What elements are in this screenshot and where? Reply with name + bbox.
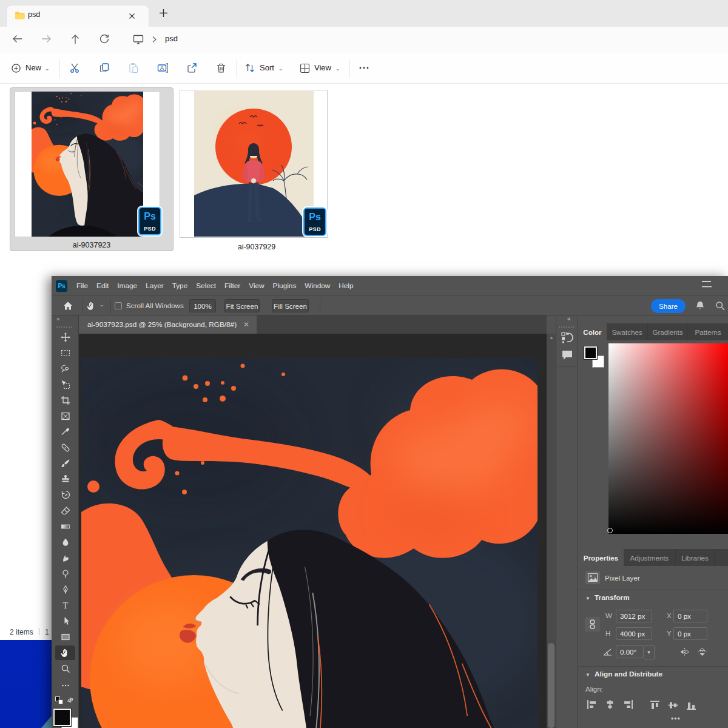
tool-move[interactable]: [55, 330, 75, 345]
refresh-icon[interactable]: [99, 33, 110, 44]
tool-clone-stamp[interactable]: [55, 472, 75, 487]
menu-file[interactable]: File: [72, 276, 92, 295]
tool-marquee[interactable]: [55, 346, 75, 360]
x-field[interactable]: 0 px: [673, 610, 707, 622]
align-header[interactable]: Align and Distribute: [595, 670, 662, 678]
toolbar-drag-handle[interactable]: [56, 326, 73, 328]
menu-type[interactable]: Type: [168, 276, 192, 295]
tool-history-brush[interactable]: [55, 488, 75, 502]
fit-screen-button[interactable]: Fit Screen: [224, 299, 260, 312]
tool-hand[interactable]: [55, 645, 75, 660]
fill-screen-button[interactable]: Fill Screen: [272, 299, 309, 312]
align-center-h-icon[interactable]: [605, 700, 615, 709]
more-options-button[interactable]: [352, 56, 376, 80]
panel-collapse-icon[interactable]: «: [567, 315, 571, 322]
align-right-icon[interactable]: [623, 700, 633, 709]
breadcrumb-path[interactable]: psd: [165, 34, 178, 43]
tool-pen[interactable]: [55, 582, 75, 597]
menu-help[interactable]: Help: [334, 276, 357, 295]
view-button[interactable]: View ⌄: [296, 56, 343, 80]
align-bottom-icon[interactable]: [687, 700, 696, 710]
file-item-selected[interactable]: Ps PSD ai-9037923: [10, 87, 174, 251]
tool-dodge[interactable]: [55, 567, 75, 581]
align-collapse-icon[interactable]: ▼: [585, 672, 590, 678]
angle-field[interactable]: 0.00°: [616, 645, 644, 658]
menu-layer[interactable]: Layer: [141, 276, 168, 295]
menu-view[interactable]: View: [244, 276, 268, 295]
tool-shape[interactable]: [55, 630, 75, 644]
align-left-icon[interactable]: [587, 700, 597, 709]
color-picker-gradient[interactable]: [608, 343, 728, 534]
tab-patterns[interactable]: Patterns: [688, 323, 728, 340]
tool-lasso[interactable]: [55, 362, 75, 376]
tool-gradient[interactable]: [55, 519, 75, 534]
tool-eyedropper[interactable]: [55, 425, 75, 439]
explorer-tab[interactable]: psd: [6, 5, 149, 27]
new-tab-icon[interactable]: [159, 8, 168, 18]
tool-eraser[interactable]: [55, 504, 75, 518]
canvas-vertical-scrollbar[interactable]: ▲: [547, 334, 556, 728]
flip-vertical-icon[interactable]: [697, 647, 707, 656]
notifications-bell-icon[interactable]: [695, 300, 705, 311]
tab-adjustments[interactable]: Adjustments: [624, 549, 676, 566]
canvas-area[interactable]: [79, 334, 547, 728]
hand-tool-chevron-icon[interactable]: ⌄: [99, 302, 104, 308]
copy-button[interactable]: [92, 56, 116, 80]
scrollbar-thumb[interactable]: [548, 643, 554, 728]
tool-spot-healing[interactable]: [55, 440, 75, 455]
tool-zoom[interactable]: [55, 661, 75, 676]
paste-button[interactable]: [121, 56, 146, 80]
align-middle-v-icon[interactable]: [669, 700, 678, 710]
tab-close-icon[interactable]: [128, 12, 136, 20]
width-field[interactable]: 3012 px: [616, 610, 652, 622]
share-button[interactable]: [180, 56, 204, 80]
tool-object-selection[interactable]: [55, 377, 75, 392]
link-dimensions-button[interactable]: [585, 617, 600, 632]
tool-type[interactable]: T: [55, 598, 75, 613]
tool-blur[interactable]: [55, 535, 75, 550]
y-field[interactable]: 0 px: [673, 627, 707, 640]
document-tab-close-icon[interactable]: ✕: [243, 320, 249, 329]
forward-icon[interactable]: [41, 34, 52, 44]
tab-color[interactable]: Color: [578, 323, 607, 340]
menu-edit[interactable]: Edit: [92, 276, 113, 295]
toolbar-expand-icon[interactable]: »: [56, 316, 60, 322]
delete-button[interactable]: [209, 56, 233, 80]
tool-path-selection[interactable]: [55, 614, 75, 629]
tool-brush[interactable]: [55, 456, 75, 471]
align-top-icon[interactable]: [650, 700, 659, 710]
home-icon[interactable]: [63, 301, 73, 311]
properties-more-icon[interactable]: •••: [671, 715, 681, 723]
sort-button[interactable]: Sort ⌄: [241, 56, 286, 80]
rename-button[interactable]: A: [150, 56, 175, 80]
share-ps-button[interactable]: Share: [651, 299, 686, 313]
color-picker-marker[interactable]: [607, 528, 613, 533]
toolbar-more-icon[interactable]: [55, 678, 75, 693]
menu-window[interactable]: Window: [300, 276, 334, 295]
transform-collapse-icon[interactable]: ▼: [585, 596, 590, 601]
tab-gradients[interactable]: Gradients: [648, 323, 688, 340]
transform-header[interactable]: Transform: [595, 593, 630, 602]
height-field[interactable]: 4000 px: [616, 627, 652, 640]
fg-color-swatch-panel[interactable]: [584, 346, 597, 359]
zoom-100-button[interactable]: 100%: [189, 299, 216, 312]
scrollbar-up-icon[interactable]: ▲: [549, 335, 554, 340]
angle-dropdown-icon[interactable]: ▼: [644, 645, 655, 659]
cut-button[interactable]: [62, 56, 87, 80]
menu-image[interactable]: Image: [113, 276, 141, 295]
back-icon[interactable]: [12, 34, 22, 44]
hand-tool-option-icon[interactable]: [86, 301, 96, 311]
default-colors-icon[interactable]: [55, 696, 63, 704]
tab-swatches[interactable]: Swatches: [607, 323, 648, 340]
tab-libraries[interactable]: Libraries: [676, 549, 715, 566]
document-tab[interactable]: ai-9037923.psd @ 25% (Background, RGB/8#…: [79, 315, 257, 334]
new-button[interactable]: New ⌄: [6, 56, 52, 80]
up-icon[interactable]: [70, 34, 80, 44]
tool-frame[interactable]: [55, 409, 75, 423]
foreground-color-swatch[interactable]: [53, 709, 71, 726]
tool-crop[interactable]: [55, 393, 75, 408]
search-ps-icon[interactable]: [715, 301, 725, 311]
version-history-icon[interactable]: [561, 332, 573, 343]
file-item[interactable]: Ps PSD ai-9037929: [175, 87, 339, 251]
menu-filter[interactable]: Filter: [220, 276, 244, 295]
